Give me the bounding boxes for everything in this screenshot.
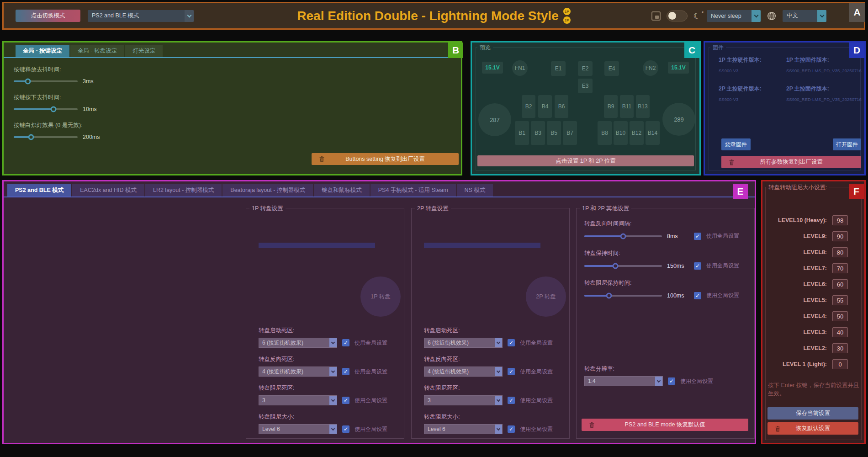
e-key[interactable]: E2 <box>578 61 593 76</box>
dropdown-select[interactable]: 6 (接近街机效果) <box>424 338 503 348</box>
use-global-checkbox[interactable]: ✓ <box>508 368 515 375</box>
switch-mode-button[interactable]: 点击切换模式 <box>16 10 80 22</box>
b-key[interactable]: B3 <box>531 121 545 145</box>
use-global-checkbox[interactable]: ✓ <box>668 377 675 385</box>
turntable-left[interactable]: 287 <box>478 103 511 136</box>
dropdown-select[interactable]: 4 (接近街机效果) <box>259 367 337 377</box>
mode-tab-3[interactable]: Beatoraja layout - 控制器模式 <box>222 184 313 197</box>
flash-firmware-button[interactable]: 烧录固件 <box>721 138 751 150</box>
dropdown-select[interactable]: Level 6 <box>259 424 337 434</box>
save-current-settings-button[interactable]: 保存当前设置 <box>767 407 858 420</box>
mode-defaults-reset-button[interactable]: PS2 and BLE mode 恢复默认值 <box>582 419 748 431</box>
b-key[interactable]: B14 <box>646 121 660 145</box>
b-key[interactable]: B2 <box>522 95 535 118</box>
b-key[interactable]: B13 <box>636 95 650 118</box>
global-tab-2[interactable]: 灯光设定 <box>125 45 163 57</box>
damping-level-input[interactable]: 40 <box>832 327 848 337</box>
use-global-checkbox[interactable]: ✓ <box>508 397 515 404</box>
language-select[interactable]: 中文 <box>783 10 826 22</box>
chevron-down-icon <box>329 338 337 347</box>
dropdown-row: Level 6✓使用全局设置 <box>424 424 565 434</box>
b-key[interactable]: B7 <box>563 121 577 145</box>
slider-thumb[interactable] <box>28 134 34 140</box>
dropdown-select[interactable]: 3 <box>424 395 503 405</box>
fn1-key[interactable]: FN1 <box>512 60 528 76</box>
mode-tab-0[interactable]: PS2 and BLE 模式 <box>7 184 71 197</box>
fn2-key[interactable]: FN2 <box>643 60 658 76</box>
all-params-factory-reset-button[interactable]: 所有参数恢复到出厂设置 <box>721 156 861 168</box>
voltage-left[interactable]: 15.1V <box>482 62 503 74</box>
sleep-select[interactable]: Never sleep <box>707 10 761 22</box>
theme-toggle[interactable] <box>667 11 688 21</box>
restore-default-settings-button[interactable]: 恢复默认设置 <box>767 422 858 435</box>
firmware-field-label: 2P 主控固件版本: <box>786 85 862 93</box>
slider-thumb[interactable] <box>620 233 626 239</box>
buttons-factory-reset-button[interactable]: Buttons setting 恢复到出厂设置 <box>312 153 459 165</box>
damping-level-input[interactable]: 0 <box>832 359 848 369</box>
damping-level-input[interactable]: 30 <box>832 343 848 353</box>
slider-track[interactable] <box>584 295 662 297</box>
b-key[interactable]: B12 <box>630 121 644 145</box>
e-key[interactable]: E3 <box>578 79 593 93</box>
slider-thumb[interactable] <box>25 79 31 85</box>
b-key[interactable]: B4 <box>538 95 552 118</box>
dropdown-value: 6 (接近街机效果) <box>424 339 495 347</box>
mode-tab-4[interactable]: 键盘和鼠标模式 <box>314 184 370 197</box>
slider-track[interactable] <box>584 235 662 237</box>
damping-level-input[interactable]: 50 <box>832 311 848 321</box>
b-key[interactable]: B10 <box>614 121 628 145</box>
mode-select[interactable]: PS2 and BLE 模式 <box>88 10 194 22</box>
use-global-checkbox[interactable]: ✓ <box>508 339 515 346</box>
use-global-checkbox[interactable]: ✓ <box>508 425 515 433</box>
slider-thumb[interactable] <box>606 292 612 298</box>
set-1p-2p-position-button[interactable]: 点击设置 1P 和 2P 位置 <box>477 155 694 166</box>
slider-track[interactable] <box>14 108 78 110</box>
window-layout-icon[interactable] <box>651 11 661 21</box>
toggle-knob <box>668 12 676 20</box>
slider-track[interactable] <box>584 265 662 267</box>
open-firmware-button[interactable]: 打开固件 <box>833 138 861 150</box>
dropdown-select[interactable]: Level 6 <box>424 424 503 434</box>
damping-level-input[interactable]: 98 <box>832 215 848 225</box>
dropdown-value: 4 (接近街机效果) <box>259 368 329 376</box>
mode-tab-1[interactable]: EAC2dx and HID 模式 <box>72 184 144 197</box>
b-key[interactable]: B8 <box>598 121 612 145</box>
use-global-checkbox[interactable]: ✓ <box>342 425 349 433</box>
use-global-checkbox[interactable]: ✓ <box>342 339 349 346</box>
mode-tab-5[interactable]: PS4 手柄模式 - 适用 Steam <box>370 184 456 197</box>
dropdown-group: 转盘阻尼死区:3✓使用全局设置 <box>424 384 565 405</box>
use-global-checkbox[interactable]: ✓ <box>342 397 349 404</box>
dropdown-select[interactable]: 1:4 <box>584 376 663 386</box>
damping-level-input[interactable]: 80 <box>832 247 848 257</box>
b-key[interactable]: B5 <box>547 121 561 145</box>
damping-level-input[interactable]: 55 <box>832 295 848 305</box>
use-global-checkbox[interactable]: ✓ <box>694 233 701 240</box>
dropdown-select[interactable]: 4 (接近街机效果) <box>424 367 503 377</box>
global-tab-1[interactable]: 全局 - 转盘设定 <box>70 45 124 57</box>
slider-track[interactable] <box>14 136 78 138</box>
damping-level-input[interactable]: 70 <box>832 263 848 273</box>
dropdown-select[interactable]: 6 (接近街机效果) <box>259 338 337 348</box>
b-key[interactable]: B6 <box>555 95 568 118</box>
chevron-glyph <box>331 398 335 402</box>
global-tab-0[interactable]: 全局 - 按键设定 <box>16 45 69 57</box>
e-key[interactable]: E4 <box>604 61 619 76</box>
turntable-right[interactable]: 289 <box>662 103 695 136</box>
use-global-checkbox[interactable]: ✓ <box>694 292 701 299</box>
use-global-checkbox[interactable]: ✓ <box>694 262 701 270</box>
slider-thumb[interactable] <box>613 263 619 269</box>
slider-track[interactable] <box>14 80 78 82</box>
dropdown-select[interactable]: 3 <box>259 395 337 405</box>
mode-tab-2[interactable]: LR2 layout - 控制器模式 <box>145 184 222 197</box>
damping-level-input[interactable]: 60 <box>832 279 848 289</box>
b-key[interactable]: B1 <box>515 121 529 145</box>
dropdown-label: 转盘阻尼死区: <box>259 384 400 392</box>
damping-level-input[interactable]: 90 <box>832 231 848 241</box>
mode-tab-6[interactable]: NS 模式 <box>457 184 493 197</box>
use-global-checkbox[interactable]: ✓ <box>342 368 349 375</box>
slider-thumb[interactable] <box>50 106 56 112</box>
voltage-right[interactable]: 15.1V <box>668 62 689 74</box>
e-key[interactable]: E1 <box>551 61 566 76</box>
b-key[interactable]: B11 <box>620 95 634 118</box>
b-key[interactable]: B9 <box>604 95 618 118</box>
